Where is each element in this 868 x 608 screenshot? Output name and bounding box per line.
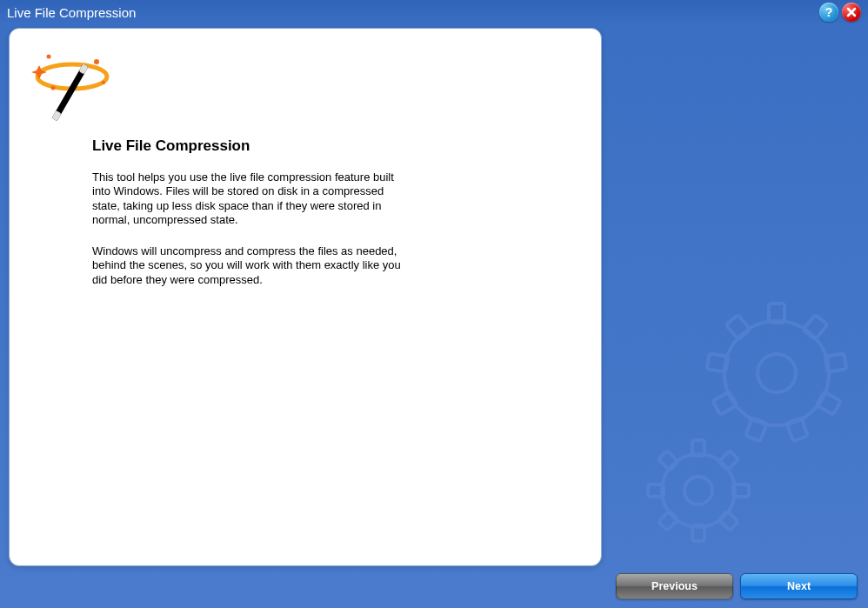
svg-rect-20 xyxy=(658,511,678,531)
close-icon xyxy=(846,7,857,17)
wizard-body: Live File Compression This tool helps yo… xyxy=(0,24,868,608)
next-button[interactable]: Next xyxy=(740,573,858,599)
svg-rect-21 xyxy=(648,484,664,497)
gears-decoration-icon xyxy=(616,295,868,556)
magic-wand-icon xyxy=(29,46,116,133)
svg-rect-7 xyxy=(817,391,841,415)
wizard-footer: Previous Next xyxy=(616,573,858,599)
svg-point-3 xyxy=(758,354,796,392)
svg-point-29 xyxy=(51,86,56,90)
window-title: Live File Compression xyxy=(7,5,136,20)
close-button[interactable] xyxy=(842,3,861,22)
svg-point-13 xyxy=(662,454,735,527)
previous-button[interactable]: Previous xyxy=(616,573,733,599)
svg-point-2 xyxy=(724,321,829,425)
svg-point-31 xyxy=(102,81,105,84)
svg-rect-10 xyxy=(712,391,737,415)
svg-point-14 xyxy=(684,477,712,504)
svg-rect-16 xyxy=(718,451,738,471)
help-button[interactable]: ? xyxy=(819,3,838,22)
wizard-content: Live File Compression This tool helps yo… xyxy=(92,137,466,304)
page-heading: Live File Compression xyxy=(92,137,466,155)
svg-point-30 xyxy=(94,59,99,64)
svg-point-28 xyxy=(47,55,51,59)
svg-rect-19 xyxy=(692,525,704,541)
intro-paragraph-2: Windows will uncompress and compress the… xyxy=(92,244,405,287)
svg-rect-17 xyxy=(733,484,749,497)
svg-rect-4 xyxy=(769,304,785,323)
svg-rect-6 xyxy=(825,353,847,372)
svg-rect-18 xyxy=(718,511,738,531)
titlebar: Live File Compression ? xyxy=(0,0,868,24)
svg-rect-8 xyxy=(786,418,807,441)
svg-rect-22 xyxy=(658,451,678,471)
wizard-page: Live File Compression This tool helps yo… xyxy=(9,28,602,566)
help-icon: ? xyxy=(825,6,833,18)
svg-rect-12 xyxy=(726,315,751,339)
svg-rect-5 xyxy=(803,315,827,339)
svg-rect-11 xyxy=(707,353,729,372)
svg-rect-9 xyxy=(745,418,766,441)
intro-paragraph-1: This tool helps you use the live file co… xyxy=(92,170,405,227)
svg-rect-15 xyxy=(692,440,704,456)
